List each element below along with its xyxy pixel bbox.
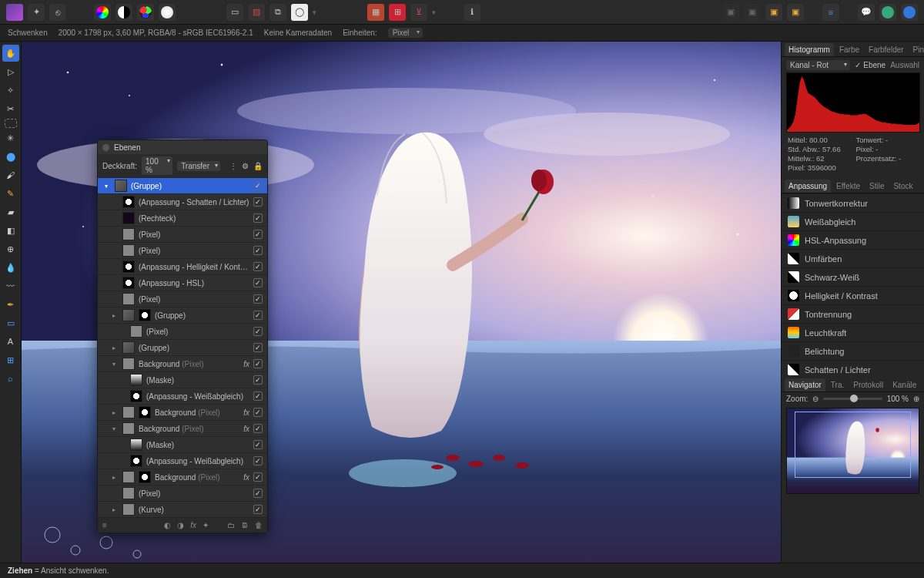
layer-row[interactable]: (Anpassung - Weißabgleich)✓ <box>98 388 267 404</box>
marquee-tool[interactable] <box>5 119 17 128</box>
panel-menu-icon[interactable]: ⋮ <box>229 162 237 170</box>
node-tool[interactable]: ✧ <box>2 82 19 99</box>
layer-row[interactable]: ▸(Kurve)✓ <box>98 501 267 517</box>
layer-visibility-checkbox[interactable]: ✓ <box>253 440 263 449</box>
layer-row[interactable]: ▸Background (Pixel)fx✓ <box>98 404 267 420</box>
tab-navigator[interactable]: Navigator <box>785 378 825 391</box>
disclosure-arrow-icon[interactable]: ▸ <box>112 312 119 319</box>
selection-invert-icon[interactable]: ▨ <box>248 4 265 21</box>
tab-stile[interactable]: Stile <box>865 180 888 193</box>
layer-row[interactable]: (Maske)✓ <box>98 371 267 388</box>
personas-liquify-icon[interactable]: ✦ <box>28 4 45 21</box>
crop-overlay-icon[interactable]: ▦ <box>367 4 384 21</box>
disclosure-arrow-icon[interactable]: ▾ <box>112 361 119 368</box>
adjustment-item[interactable]: Belichtung <box>782 341 924 360</box>
mixer-brush-tool[interactable]: ✎ <box>2 185 19 202</box>
adjustment-item[interactable]: Schwarz-Weiß <box>782 267 924 286</box>
adjustment-item[interactable]: Tonwertkorrektur <box>782 193 924 212</box>
tab-histogramm[interactable]: Histogramm <box>785 43 834 56</box>
panel-settings-icon[interactable]: ⚙ <box>242 162 249 170</box>
zoom-slider[interactable] <box>823 398 882 400</box>
help-icon[interactable] <box>879 4 896 21</box>
snapping-icon[interactable]: ⊞ <box>389 4 406 21</box>
selection-brush-tool[interactable]: ⬤ <box>2 148 19 165</box>
disclosure-arrow-icon[interactable]: ▾ <box>105 183 111 190</box>
personas-develop-icon[interactable]: ⎋ <box>49 4 66 21</box>
disclosure-arrow-icon[interactable]: ▸ <box>112 344 119 351</box>
tab-stock[interactable]: Stock <box>889 180 916 193</box>
mesh-tool[interactable]: ⊞ <box>2 351 19 368</box>
rgb-icon[interactable] <box>137 4 154 21</box>
layer-row[interactable]: (Rechteck)✓ <box>98 210 267 226</box>
shape-tool[interactable]: ▭ <box>2 314 19 331</box>
layer-visibility-checkbox[interactable]: ✓ <box>253 262 263 271</box>
navigator-viewport-box[interactable] <box>795 412 910 478</box>
text-tool[interactable]: A <box>2 333 19 350</box>
adjustment-item[interactable]: Schatten / Lichter <box>782 360 924 377</box>
layer-row[interactable]: ▸Background (Pixel)fx✓ <box>98 469 267 485</box>
color-picker-tool[interactable]: ⌕ <box>2 370 19 387</box>
pen-tool[interactable]: ✒ <box>2 296 19 313</box>
arrange-backward-icon[interactable]: ▣ <box>744 4 761 21</box>
blend-mode-select[interactable]: Transfer <box>177 161 220 171</box>
magnet-icon[interactable]: ⊻ <box>410 4 427 21</box>
layer-stack-icon[interactable]: ≡ <box>102 521 107 529</box>
adjustment-item[interactable]: Leuchtkraft <box>782 323 924 341</box>
layer-row[interactable]: (Anpassung - HSL)✓ <box>98 274 267 291</box>
adjustment-item[interactable]: Weißabgleich <box>782 212 924 230</box>
layer-visibility-checkbox[interactable]: ✓ <box>253 359 263 368</box>
layer-visibility-checkbox[interactable]: ✓ <box>253 278 263 287</box>
tab-anpassung[interactable]: Anpassung <box>785 180 831 193</box>
dodge-tool[interactable]: 💧 <box>2 259 19 276</box>
layer-visibility-checkbox[interactable]: ✓ <box>253 375 263 385</box>
layer-visibility-checkbox[interactable]: ✓ <box>253 181 263 190</box>
fill-tool[interactable]: ▰ <box>2 203 19 220</box>
layer-visibility-checkbox[interactable]: ✓ <box>253 311 263 320</box>
tab-effekte[interactable]: Effekte <box>832 180 864 193</box>
layer-row[interactable]: (Pixel)✓ <box>98 242 267 258</box>
flood-select-tool[interactable]: ✳ <box>2 129 19 146</box>
smudge-tool[interactable]: 〰 <box>2 277 19 294</box>
personas-photo-icon[interactable] <box>6 4 23 21</box>
assistant-icon[interactable]: ℹ <box>464 4 480 21</box>
adjustment-item[interactable]: Tontrennung <box>782 304 924 323</box>
arrange-back-icon[interactable]: ▣ <box>722 4 739 21</box>
color-wheel-icon[interactable] <box>94 4 111 21</box>
layer-visibility-checkbox[interactable]: ✓ <box>253 343 263 352</box>
tab-pinsel[interactable]: Pinsel <box>909 43 924 56</box>
tab-tra.[interactable]: Tra. <box>827 378 848 391</box>
adjustment-item[interactable]: Helligkeit / Kontrast <box>782 286 924 304</box>
adjustment-icon[interactable]: ◑ <box>177 521 184 529</box>
disclosure-arrow-icon[interactable]: ▸ <box>112 506 119 513</box>
view-hand-tool[interactable]: ✋ <box>2 45 19 62</box>
layer-row[interactable]: ▸(Gruppe)✓ <box>98 307 267 323</box>
layer-visibility-checkbox[interactable]: ✓ <box>253 246 263 255</box>
disclosure-arrow-icon[interactable]: ▸ <box>112 409 119 416</box>
mask-icon[interactable]: ◐ <box>164 521 171 529</box>
zoom-out-button[interactable]: ⊖ <box>812 395 819 403</box>
auswahl-label[interactable]: Auswahl <box>890 61 919 69</box>
panel-lock-icon[interactable]: 🔒 <box>253 162 263 170</box>
layer-row[interactable]: ▾Background (Pixel)fx✓ <box>98 355 267 371</box>
group-icon[interactable]: 🗀 <box>227 521 235 529</box>
softproof-icon[interactable] <box>159 4 176 21</box>
tab-kanäle[interactable]: Kanäle <box>889 378 920 391</box>
paint-brush-tool[interactable]: 🖌 <box>2 166 19 183</box>
layer-visibility-checkbox[interactable]: ✓ <box>253 327 263 336</box>
contrast-icon[interactable] <box>116 4 132 21</box>
layer-visibility-checkbox[interactable]: ✓ <box>253 294 263 304</box>
layer-visibility-checkbox[interactable]: ✓ <box>253 408 263 417</box>
disclosure-arrow-icon[interactable]: ▸ <box>112 474 119 481</box>
layer-visibility-checkbox[interactable]: ✓ <box>253 213 263 223</box>
layer-visibility-checkbox[interactable]: ✓ <box>253 456 263 465</box>
canvas[interactable]: Ebenen Deckkraft: 100 % Transfer ⋮ ⚙ 🔒 ▾… <box>22 42 781 563</box>
zoom-in-button[interactable]: ⊕ <box>913 395 919 403</box>
opacity-value[interactable]: 100 % <box>142 156 172 175</box>
channel-select[interactable]: Kanal - Rot <box>786 60 850 70</box>
layer-visibility-checkbox[interactable]: ✓ <box>253 391 263 401</box>
layer-row[interactable]: (Pixel)✓ <box>98 323 267 339</box>
arrange-front-icon[interactable]: ▣ <box>787 4 804 21</box>
layer-visibility-checkbox[interactable]: ✓ <box>253 489 263 498</box>
add-layer-icon[interactable]: 🗎 <box>241 521 249 529</box>
quickmask-icon[interactable]: ◯ <box>291 4 308 21</box>
